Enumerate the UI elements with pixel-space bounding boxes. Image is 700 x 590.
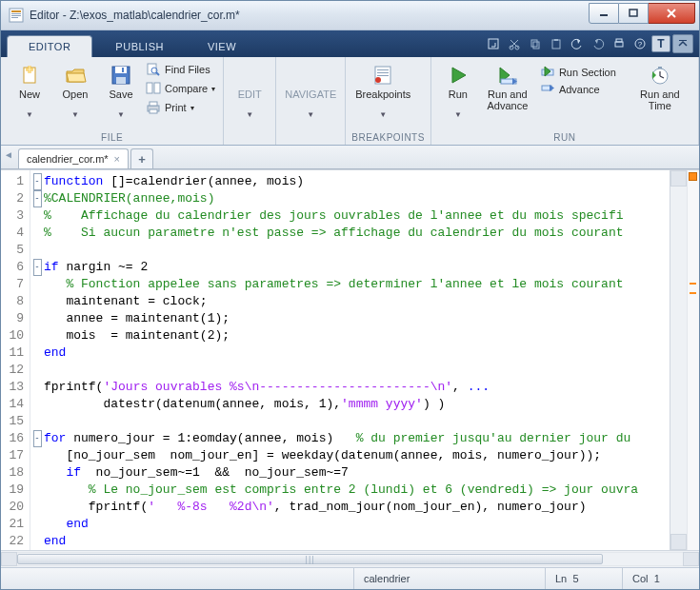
qat-copy-icon[interactable] [526, 35, 545, 52]
fold-toggle[interactable]: - [33, 430, 42, 447]
section-file: New ▼ Open ▼ Save ▼ Find Files [1, 57, 224, 145]
dropdown-icon: ▼ [246, 111, 253, 119]
dropdown-icon: ▼ [117, 111, 125, 119]
maximize-button[interactable] [619, 3, 649, 24]
save-button[interactable]: Save ▼ [98, 60, 144, 119]
navigate-button[interactable]: NAVIGATE ▼ [282, 60, 339, 119]
horizontal-scrollbar[interactable]: ||| [1, 550, 699, 567]
run-icon [447, 64, 470, 87]
section-edit: EDIT ▼ [224, 57, 276, 145]
svg-rect-22 [116, 77, 126, 84]
file-tab-bar: ◄ calendrier_cor.m* × + [1, 146, 699, 169]
dropdown-icon: ▼ [454, 111, 462, 119]
quick-access: ? T [484, 34, 693, 57]
run-and-time-button[interactable]: Run and Time [631, 60, 689, 111]
svg-point-35 [375, 77, 381, 83]
dropdown-icon: ▼ [71, 111, 79, 119]
run-button[interactable]: Run ▼ [437, 60, 479, 119]
new-button[interactable]: New ▼ [7, 60, 52, 119]
svg-rect-29 [150, 102, 157, 106]
svg-rect-30 [150, 109, 157, 113]
file-tab-label: calendrier_cor.m* [27, 153, 109, 165]
qat-help-icon[interactable]: ? [630, 35, 650, 52]
warning-mark[interactable] [690, 283, 696, 285]
svg-rect-21 [115, 67, 127, 73]
run-advance-icon [496, 64, 519, 87]
tab-scroll-left-icon[interactable]: ◄ [4, 149, 13, 160]
svg-rect-14 [615, 42, 623, 47]
open-button[interactable]: Open ▼ [52, 60, 98, 119]
minimize-button[interactable] [589, 3, 619, 24]
save-icon [110, 64, 132, 87]
svg-rect-10 [531, 40, 537, 47]
warning-mark[interactable] [690, 292, 696, 294]
run-section-icon [540, 64, 555, 81]
qat-icon-1[interactable] [484, 35, 503, 52]
vertical-scrollbar[interactable] [670, 170, 687, 550]
fold-toggle[interactable]: - [33, 173, 42, 190]
find-files-button[interactable]: Find Files [144, 60, 217, 79]
tab-publish[interactable]: PUBLISH [94, 36, 185, 57]
scroll-right-button[interactable] [683, 552, 699, 566]
svg-rect-4 [11, 17, 18, 18]
qat-redo-icon[interactable] [589, 35, 608, 52]
advance-icon [540, 81, 555, 98]
run-time-icon [649, 64, 671, 87]
scroll-track[interactable]: ||| [17, 552, 683, 566]
qat-paste-icon[interactable] [547, 35, 566, 52]
breakpoints-button[interactable]: Breakpoints ▼ [351, 60, 414, 119]
status-line: Ln 5 [545, 568, 622, 589]
new-icon [18, 64, 41, 87]
fold-toggle[interactable]: - [33, 190, 42, 207]
scroll-thumb[interactable]: ||| [17, 554, 603, 564]
qat-collapse-icon[interactable] [672, 34, 693, 53]
compare-icon [146, 81, 161, 96]
svg-rect-40 [658, 67, 662, 69]
app-icon [9, 8, 24, 23]
scroll-left-button[interactable] [1, 552, 17, 566]
compare-button[interactable]: Compare ▾ [144, 79, 217, 98]
svg-rect-32 [377, 69, 389, 70]
dropdown-icon: ▼ [307, 111, 314, 119]
status-col: Col 1 [622, 568, 699, 589]
titlebar: Editor - Z:\exos_matlab\calendrier_cor.m… [1, 1, 699, 30]
qat-print-icon[interactable] [610, 35, 629, 52]
run-section-button[interactable]: Run Section [536, 64, 631, 81]
svg-text:?: ? [638, 40, 643, 49]
svg-rect-12 [552, 40, 560, 49]
new-tab-button[interactable]: + [130, 148, 153, 168]
breakpoints-icon [371, 64, 394, 87]
code-editor[interactable]: function []=calendrier(annee, mois) %CAL… [44, 170, 670, 550]
svg-rect-2 [11, 13, 21, 14]
window-title: Editor - Z:\exos_matlab\calendrier_cor.m… [30, 9, 589, 22]
svg-rect-23 [122, 68, 124, 72]
advance-button[interactable]: Advance [536, 81, 631, 98]
close-tab-icon[interactable]: × [114, 154, 120, 164]
close-button[interactable] [649, 3, 695, 24]
qat-undo-icon[interactable] [568, 35, 587, 52]
fold-gutter: ---- [30, 170, 44, 550]
qat-cut-icon[interactable] [505, 35, 524, 52]
print-button[interactable]: Print ▾ [144, 98, 217, 117]
svg-rect-26 [147, 83, 152, 93]
svg-rect-11 [533, 42, 539, 49]
ribbon-tabstrip: EDITOR PUBLISH VIEW ? T [1, 30, 699, 57]
statusbar: calendrier Ln 5 Col 1 [1, 567, 699, 589]
find-files-icon [146, 62, 161, 77]
dropdown-icon: ▾ [211, 85, 215, 93]
section-run: Run ▼ Run and Advance Run Section Advanc… [431, 57, 699, 145]
file-tab-active[interactable]: calendrier_cor.m* × [18, 148, 129, 168]
edit-button[interactable]: EDIT ▼ [230, 60, 270, 119]
svg-rect-3 [11, 15, 21, 16]
svg-rect-34 [377, 75, 389, 76]
run-and-advance-button[interactable]: Run and Advance [479, 60, 536, 111]
fold-toggle[interactable]: - [33, 259, 42, 276]
code-analyzer-bar[interactable] [687, 170, 699, 550]
svg-rect-33 [377, 72, 389, 73]
toolstrip: New ▼ Open ▼ Save ▼ Find Files [1, 57, 699, 146]
editor-window: Editor - Z:\exos_matlab\calendrier_cor.m… [0, 0, 700, 590]
window-controls [589, 3, 695, 22]
qat-tooltips-toggle[interactable]: T [651, 35, 670, 52]
tab-editor[interactable]: EDITOR [7, 35, 92, 57]
tab-view[interactable]: VIEW [187, 36, 257, 57]
